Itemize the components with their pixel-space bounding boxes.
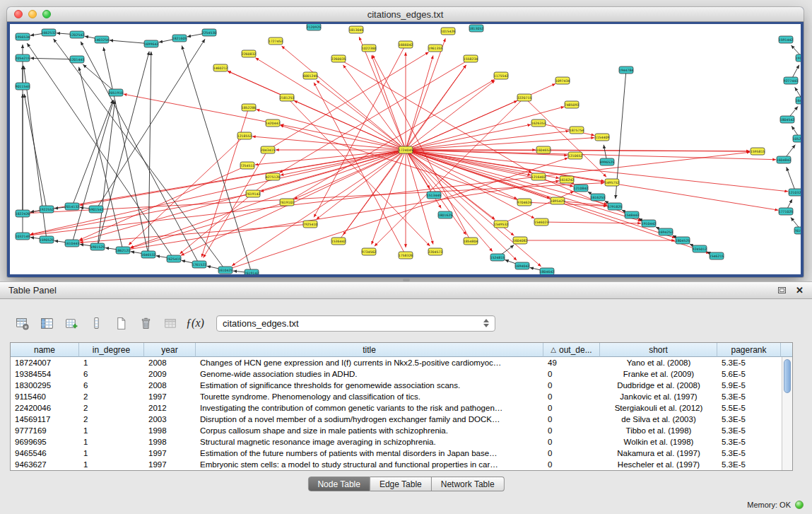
column-header-short[interactable]: short: [600, 343, 717, 357]
column-header-out-de[interactable]: △out_de...: [543, 343, 600, 357]
network-node[interactable]: 9734562: [362, 248, 377, 255]
scrollbar-thumb[interactable]: [784, 359, 791, 393]
network-node[interactable]: 1546215: [710, 252, 724, 259]
network-node[interactable]: 1646532: [141, 251, 156, 258]
network-node[interactable]: 1558234: [464, 55, 478, 62]
create-column-button[interactable]: [62, 314, 81, 332]
network-node[interactable]: 1666042: [399, 41, 413, 48]
network-node[interactable]: 1604652: [536, 146, 551, 153]
network-node[interactable]: 2204573: [428, 248, 443, 255]
network-canvas[interactable]: 1724045160465212164029704624154953218548…: [10, 24, 801, 274]
tab-network-table[interactable]: Network Table: [432, 477, 505, 491]
network-node[interactable]: 1956534: [16, 33, 30, 40]
tab-node-table[interactable]: Node Table: [307, 477, 370, 491]
network-node[interactable]: 7619101: [280, 199, 295, 206]
network-node[interactable]: 1727453: [269, 37, 283, 45]
network-node[interactable]: 1202542: [70, 31, 85, 38]
delete-row-button[interactable]: [136, 314, 155, 332]
network-node[interactable]: 2014132: [65, 203, 80, 210]
new-row-button[interactable]: [112, 314, 130, 332]
network-node[interactable]: 1097434: [555, 77, 570, 84]
table-row[interactable]: 946554611997Estimation of the future num…: [11, 448, 782, 459]
network-node[interactable]: 1895425: [551, 197, 565, 204]
table-row[interactable]: 1938455462009Genome-wide association stu…: [11, 368, 782, 380]
tab-edge-table[interactable]: Edge Table: [370, 477, 432, 491]
network-node[interactable]: 1201443: [70, 56, 85, 63]
column-header-pagerank[interactable]: pagerank: [717, 343, 781, 357]
network-node[interactable]: 1591442: [779, 36, 794, 43]
network-node[interactable]: 5901525: [90, 243, 105, 250]
network-node[interactable]: 9277443: [784, 77, 799, 84]
table-row[interactable]: 1830029562008Estimation of significance …: [11, 380, 782, 391]
network-node[interactable]: 1015426: [441, 28, 456, 35]
network-node[interactable]: 1626353: [531, 119, 546, 127]
network-node[interactable]: 1852286: [242, 104, 257, 111]
edit-column-button[interactable]: [87, 314, 105, 332]
column-header-title[interactable]: title: [196, 343, 543, 357]
network-node[interactable]: 1801625: [438, 211, 453, 218]
network-node[interactable]: 1590525: [40, 236, 54, 243]
network-node[interactable]: 2051910: [109, 89, 124, 96]
network-node[interactable]: 1604843: [777, 156, 792, 163]
network-node[interactable]: 1420447: [266, 119, 281, 127]
network-node[interactable]: 1724045: [399, 146, 413, 153]
network-node[interactable]: 1922552: [40, 206, 54, 213]
network-node[interactable]: 1210842: [574, 185, 589, 192]
network-node[interactable]: 1495752: [605, 179, 620, 186]
network-node[interactable]: 3220715: [517, 94, 532, 101]
window-minimize-button[interactable]: [28, 10, 37, 18]
network-node[interactable]: 7925410: [303, 221, 318, 228]
network-node[interactable]: 1813052: [469, 25, 484, 32]
close-panel-icon[interactable]: ✕: [796, 286, 804, 295]
network-node[interactable]: 1944784: [619, 66, 634, 74]
network-node[interactable]: 1910442: [642, 220, 657, 227]
network-node[interactable]: 1022360: [362, 45, 377, 52]
network-node[interactable]: 1694042: [515, 262, 530, 269]
network-node[interactable]: 1524815: [490, 254, 505, 261]
network-node[interactable]: 1804542: [780, 116, 795, 123]
network-node[interactable]: 2254530: [202, 29, 217, 36]
network-node[interactable]: 1154409: [595, 134, 610, 141]
network-node[interactable]: 1403254: [95, 36, 110, 43]
column-header-year[interactable]: year: [144, 343, 196, 357]
network-node[interactable]: 1595815: [751, 148, 765, 155]
network-node[interactable]: 1961355: [428, 45, 443, 52]
network-node[interactable]: 9245012: [693, 245, 707, 252]
network-node[interactable]: 7485093: [565, 101, 579, 108]
table-row[interactable]: 969969511998Structural magnetic resonanc…: [11, 436, 782, 448]
network-node[interactable]: 2181253: [280, 94, 295, 101]
function-builder-button[interactable]: ƒ(x): [186, 314, 204, 332]
network-node[interactable]: 1813045: [349, 26, 364, 33]
network-node[interactable]: 1821605: [172, 35, 187, 42]
network-node[interactable]: 1761522: [192, 261, 207, 268]
network-node[interactable]: 1616242: [560, 176, 575, 183]
network-node[interactable]: 1210652: [568, 152, 583, 159]
network-node[interactable]: 1216402: [531, 173, 546, 180]
network-node[interactable]: 1758326: [399, 252, 413, 259]
network-node[interactable]: 7619143: [246, 190, 261, 197]
network-node[interactable]: 1513445: [427, 192, 442, 199]
table-row[interactable]: 911546021997Tourette syndrome. Phenomeno…: [11, 391, 782, 402]
network-node[interactable]: 1822426: [16, 210, 30, 217]
network-node[interactable]: 7619144: [794, 227, 801, 234]
network-node[interactable]: 2260832: [242, 50, 257, 57]
network-node[interactable]: 1662532: [42, 29, 57, 36]
network-node[interactable]: 1610443: [65, 240, 80, 247]
table-row[interactable]: 977716911998Corpus callosum shape and si…: [11, 425, 782, 436]
network-node[interactable]: 2054215: [16, 54, 30, 62]
select-columns-button[interactable]: [37, 314, 56, 332]
network-node[interactable]: 1032145: [16, 233, 30, 240]
network-node[interactable]: 6791825: [608, 203, 623, 210]
network-node[interactable]: 1875754: [570, 127, 584, 134]
network-node[interactable]: 1604082: [513, 237, 528, 244]
import-table-button[interactable]: [161, 314, 180, 332]
table-row[interactable]: 1456911722003Disruption of a novel membe…: [11, 414, 782, 425]
network-node[interactable]: 1218553: [237, 132, 252, 139]
network-node[interactable]: 1804525: [676, 237, 690, 244]
network-selector[interactable]: citations_edges.txt: [216, 315, 495, 332]
network-node[interactable]: 1548443: [625, 211, 640, 218]
network-node[interactable]: 9011543: [16, 83, 30, 90]
network-node[interactable]: 1210325: [789, 189, 801, 196]
network-node[interactable]: 1854804: [464, 238, 478, 245]
network-node[interactable]: 1546023: [534, 218, 549, 226]
